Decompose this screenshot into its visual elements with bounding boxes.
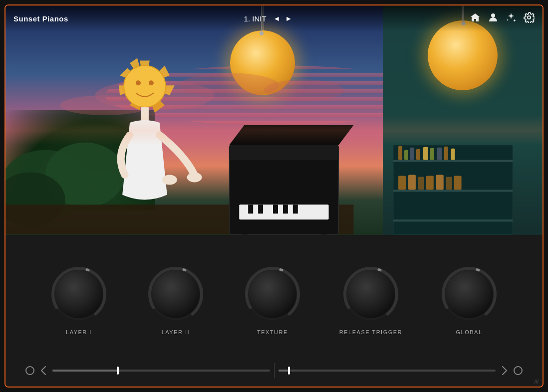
svg-rect-16 [273,204,278,213]
svg-rect-59 [5,115,543,145]
texture-knob-container: TEXTURE [243,264,302,335]
layer-ii-knob-container: LAYER II [146,264,206,335]
svg-point-0 [491,13,495,17]
svg-rect-41 [410,148,414,160]
svg-rect-39 [398,146,402,160]
svg-point-73 [347,270,395,318]
svg-point-31 [149,80,154,85]
texture-label: TEXTURE [257,329,288,335]
svg-rect-15 [258,204,263,213]
svg-rect-42 [416,149,420,160]
user-icon[interactable] [488,12,499,25]
svg-rect-46 [444,147,448,160]
svg-rect-44 [430,148,434,160]
svg-rect-14 [248,204,253,213]
controls-area: LAYER I [5,235,543,387]
settings-icon[interactable] [524,12,535,25]
svg-rect-45 [437,148,442,160]
artwork-background [5,5,543,235]
slider-row [20,360,528,382]
svg-rect-37 [393,190,513,192]
svg-point-29 [124,65,166,107]
svg-rect-54 [454,176,462,190]
header-icons [470,12,535,25]
svg-rect-19 [242,234,248,235]
scene-svg [5,5,543,235]
layer-i-label: LAYER I [66,329,92,335]
release-trigger-knob-container: RELEASE TRIGGER [339,264,402,335]
knobs-row: LAYER I [20,240,528,360]
app-container: Sunset Pianos 1. INIT ◄ ► [4,4,544,388]
svg-point-5 [264,79,343,101]
right-slider-track[interactable] [278,370,496,372]
svg-rect-53 [446,177,452,190]
svg-point-61 [55,270,103,318]
slider-divider [274,363,274,378]
svg-rect-51 [426,176,434,190]
svg-rect-11 [229,145,338,160]
watermark: /// [535,379,539,385]
preset-nav: ◄ ► [272,13,294,23]
svg-point-56 [260,31,264,35]
home-icon[interactable] [470,12,481,25]
global-knob-container: GLOBAL [439,264,499,335]
layer-i-knob-container: LAYER I [49,264,109,335]
texture-knob[interactable] [243,264,302,324]
svg-rect-47 [451,149,455,160]
svg-rect-38 [393,219,513,221]
svg-rect-49 [408,175,416,190]
right-slider-large-icon [514,366,523,375]
svg-point-1 [528,16,531,19]
global-label: GLOBAL [456,329,482,335]
svg-point-30 [136,80,141,85]
svg-rect-36 [393,160,513,162]
left-slider-small-icon [25,366,34,375]
header: Sunset Pianos 1. INIT ◄ ► [5,5,543,31]
svg-point-3 [180,73,279,98]
right-bracket-icon [500,366,510,376]
left-bracket-icon [38,366,48,376]
svg-point-69 [249,270,296,318]
layer-i-knob[interactable] [49,264,109,324]
preset-name: 1. INIT [244,14,267,23]
release-trigger-label: RELEASE TRIGGER [339,329,402,335]
svg-rect-17 [283,204,288,213]
svg-rect-18 [293,204,298,213]
svg-point-65 [152,270,200,318]
left-slider-thumb[interactable] [117,367,119,375]
prev-preset-button[interactable]: ◄ [272,13,282,23]
svg-rect-52 [436,175,444,190]
layer-ii-label: LAYER II [162,329,190,335]
app-title: Sunset Pianos [13,14,68,23]
svg-rect-40 [404,150,408,160]
right-slider-thumb[interactable] [288,367,290,375]
svg-point-34 [162,175,177,185]
next-preset-button[interactable]: ► [283,13,294,23]
svg-rect-20 [321,234,327,235]
svg-point-33 [187,173,202,183]
layer-ii-knob[interactable] [146,264,206,324]
svg-point-77 [445,270,493,318]
global-knob[interactable] [439,264,499,324]
sparkles-icon[interactable] [506,12,517,25]
header-preset: 1. INIT ◄ ► [244,13,294,23]
left-slider-track[interactable] [52,370,270,372]
svg-rect-50 [418,177,424,190]
svg-rect-43 [423,147,428,160]
release-trigger-knob[interactable] [341,264,401,324]
right-slider-fill [278,370,289,372]
left-slider-fill [52,370,118,372]
artwork-area [5,5,543,235]
svg-rect-48 [398,176,406,190]
